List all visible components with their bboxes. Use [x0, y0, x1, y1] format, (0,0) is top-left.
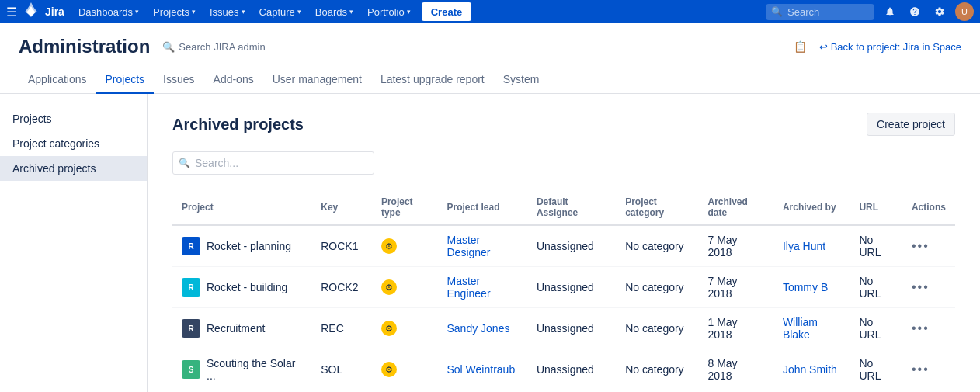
- project-lead-link[interactable]: Sol Weintraub: [447, 363, 516, 376]
- sidebar-item-projects[interactable]: Projects: [0, 106, 147, 131]
- cell-key: REC: [311, 308, 372, 349]
- project-avatar: R: [182, 319, 200, 338]
- project-lead-link[interactable]: Master Designer: [447, 234, 491, 258]
- cell-project-type: ⚙: [372, 267, 438, 308]
- nav-capture[interactable]: Capture ▾: [253, 0, 308, 23]
- notifications-icon[interactable]: [881, 2, 899, 21]
- project-lead-link[interactable]: Master Engineer: [447, 275, 491, 300]
- jira-logo: Jira: [22, 2, 64, 21]
- admin-help-icon[interactable]: 📋: [794, 40, 807, 53]
- cell-default-assignee: Unassigned: [527, 308, 616, 349]
- cell-project-name: S Scouting the Solar ...: [172, 349, 311, 390]
- project-type-icon: ⚙: [381, 321, 397, 336]
- admin-search-link[interactable]: 🔍 Search JIRA admin: [162, 41, 265, 53]
- cell-archived-date: 8 May 2018: [699, 349, 773, 390]
- admin-header: Administration 🔍 Search JIRA admin 📋 ↩ B…: [0, 23, 980, 94]
- cell-project-name: R Recruitment: [172, 308, 311, 349]
- chevron-down-icon: ▾: [192, 8, 196, 16]
- cell-default-assignee: Unassigned: [527, 225, 616, 267]
- archived-by-link[interactable]: Tommy B: [783, 281, 828, 293]
- admin-header-top: Administration 🔍 Search JIRA admin 📋 ↩ B…: [19, 36, 961, 57]
- tab-issues[interactable]: Issues: [154, 67, 203, 94]
- col-project-category: Project category: [616, 190, 698, 225]
- sidebar-item-project-categories[interactable]: Project categories: [0, 131, 147, 156]
- sidebar: Projects Project categories Archived pro…: [0, 94, 148, 392]
- tab-projects[interactable]: Projects: [96, 67, 155, 94]
- tab-applications[interactable]: Applications: [19, 67, 96, 94]
- nav-projects[interactable]: Projects ▾: [147, 0, 202, 23]
- archived-by-link[interactable]: Ilya Hunt: [783, 240, 825, 252]
- admin-header-right: 📋 ↩ Back to project: Jira in Space: [794, 40, 961, 53]
- col-default-assignee: Default Assignee: [527, 190, 616, 225]
- projects-table: Project Key Project type Project lead De…: [172, 190, 955, 392]
- page-title: Archived projects: [172, 116, 304, 134]
- nav-issues[interactable]: Issues ▾: [203, 0, 252, 23]
- cell-default-assignee: Unassigned: [527, 349, 616, 390]
- table-row: R Recruitment REC ⚙ Sandy Jones Unassign…: [172, 308, 955, 349]
- cell-project-lead: Sandy Jones: [438, 308, 527, 349]
- actions-menu-button[interactable]: •••: [912, 321, 930, 335]
- tab-latest-upgrade-report[interactable]: Latest upgrade report: [371, 67, 494, 94]
- search-small-icon: 🔍: [162, 41, 175, 53]
- tab-system[interactable]: System: [494, 67, 549, 94]
- cell-actions: •••: [902, 225, 955, 267]
- col-project-type: Project type: [372, 190, 438, 225]
- nav-dashboards[interactable]: Dashboards ▾: [72, 0, 145, 23]
- cell-archived-by: William Blake: [773, 308, 850, 349]
- cell-project-type: ⚙: [372, 349, 438, 390]
- cell-archived-date: 1 May 2018: [699, 308, 773, 349]
- table-row: S Scouting the Solar ... SOL ⚙ Sol Weint…: [172, 349, 955, 390]
- table-search-input[interactable]: [172, 151, 374, 175]
- menu-icon[interactable]: ☰: [6, 5, 17, 19]
- cell-project-category: No category: [616, 225, 698, 267]
- col-archived-by: Archived by: [773, 190, 850, 225]
- cell-archived-by: John Smith: [773, 349, 850, 390]
- tab-add-ons[interactable]: Add-ons: [204, 67, 263, 94]
- search-wrapper: 🔍: [766, 4, 874, 20]
- project-type-icon: ⚙: [381, 238, 397, 254]
- col-project-lead: Project lead: [438, 190, 527, 225]
- table-row: R Rocket - planning ROCK1 ⚙ Master Desig…: [172, 225, 955, 267]
- sidebar-item-archived-projects[interactable]: Archived projects: [0, 156, 147, 181]
- project-type-icon: ⚙: [381, 362, 397, 377]
- settings-icon[interactable]: [930, 2, 949, 21]
- cell-project-lead: Sol Weintraub: [438, 349, 527, 390]
- cell-key: SOL: [311, 349, 372, 390]
- search-icon: 🔍: [771, 6, 783, 17]
- chevron-down-icon: ▾: [297, 8, 301, 16]
- project-avatar: R: [182, 278, 200, 297]
- user-avatar[interactable]: U: [955, 2, 974, 21]
- cell-key: ROCK2: [311, 267, 372, 308]
- table-header: Project Key Project type Project lead De…: [172, 190, 955, 225]
- cell-project-lead: Master Designer: [438, 225, 527, 267]
- table-search-wrapper: 🔍: [172, 151, 374, 175]
- actions-menu-button[interactable]: •••: [912, 239, 930, 252]
- jira-wordmark: Jira: [45, 5, 64, 18]
- cell-project-type: ⚙: [372, 225, 438, 267]
- project-avatar: R: [182, 237, 200, 255]
- actions-menu-button[interactable]: •••: [912, 280, 930, 293]
- cell-archived-by: Tommy B: [773, 267, 850, 308]
- topnav: ☰ Jira Dashboards ▾ Projects ▾ Issues ▾ …: [0, 0, 980, 23]
- archived-by-link[interactable]: William Blake: [783, 316, 818, 341]
- layout: Projects Project categories Archived pro…: [0, 94, 980, 392]
- table-search-icon: 🔍: [179, 158, 190, 168]
- help-icon[interactable]: [905, 2, 924, 21]
- back-to-project-link[interactable]: ↩ Back to project: Jira in Space: [819, 41, 961, 53]
- cell-url: No URL: [850, 308, 902, 349]
- cell-archived-date: 7 May 2018: [699, 225, 773, 267]
- create-project-button[interactable]: Create project: [867, 113, 955, 136]
- project-lead-link[interactable]: Sandy Jones: [447, 322, 510, 335]
- tab-user-management[interactable]: User management: [263, 67, 371, 94]
- nav-boards[interactable]: Boards ▾: [309, 0, 360, 23]
- nav-portfolio[interactable]: Portfolio ▾: [361, 0, 417, 23]
- cell-key: ROCK1: [311, 225, 372, 267]
- project-avatar: S: [182, 360, 200, 379]
- cell-project-lead: Master Engineer: [438, 267, 527, 308]
- admin-tabs: Applications Projects Issues Add-ons Use…: [19, 67, 961, 93]
- cell-url: No URL: [850, 267, 902, 308]
- cell-actions: •••: [902, 267, 955, 308]
- create-button[interactable]: Create: [422, 2, 471, 21]
- actions-menu-button[interactable]: •••: [912, 363, 930, 376]
- archived-by-link[interactable]: John Smith: [783, 363, 837, 376]
